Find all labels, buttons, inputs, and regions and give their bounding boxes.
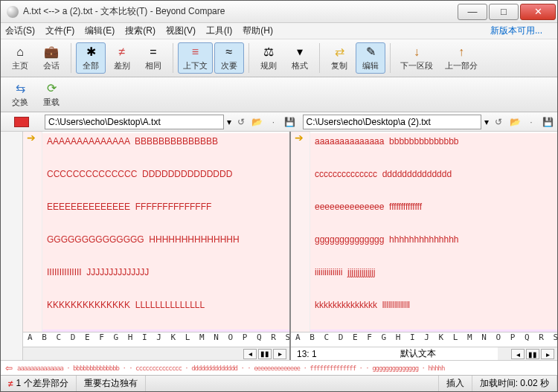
scroll-right-icon[interactable]: ▸ xyxy=(273,349,286,359)
sep-icon: · xyxy=(267,115,280,129)
left-path-input[interactable] xyxy=(45,115,224,129)
right-line-gutter: ➔ xyxy=(291,132,310,332)
prev-section-button[interactable]: ↑上一部分 xyxy=(440,42,483,74)
status-fill xyxy=(146,376,439,391)
diff-flag-icon xyxy=(14,117,29,127)
right-hscroll[interactable]: ◂ ▮▮ ▸ xyxy=(498,347,557,360)
overview-gutter[interactable] xyxy=(1,132,23,360)
left-path-area: ▾ ↺ 📂 · 💾 xyxy=(42,115,300,129)
arrow-icon: ➔ xyxy=(23,132,42,144)
rules-button[interactable]: ⚖规则 xyxy=(254,42,283,74)
all-button[interactable]: ✱全部 xyxy=(76,42,106,74)
approx-icon: ≈ xyxy=(226,45,233,59)
save-icon[interactable]: 💾 xyxy=(283,115,297,129)
left-ruler: A B C D E F G H I J K L M N O P Q R S T … xyxy=(23,332,289,347)
menu-file[interactable]: 文件(F) xyxy=(45,25,74,37)
next-section-button[interactable]: ↓下一区段 xyxy=(395,42,438,74)
reload-icon: ⟳ xyxy=(47,82,57,95)
scroll-thumb-icon[interactable]: ▮▮ xyxy=(258,349,272,359)
equal-icon: = xyxy=(150,45,156,59)
right-ruler: A B C D E F G H I J K L M N O P Q R S T … xyxy=(291,332,557,347)
menu-search[interactable]: 搜索(R) xyxy=(125,25,155,37)
separator xyxy=(173,43,173,73)
menu-edit[interactable]: 编辑(E) xyxy=(85,25,115,37)
notequal-icon: ≠ xyxy=(119,45,126,59)
status-unique: 重要右边独有 xyxy=(77,376,146,391)
history-icon[interactable]: ↺ xyxy=(234,115,248,129)
cursor-pos: 13: 1 xyxy=(291,347,394,360)
briefcase-icon: 💼 xyxy=(44,45,59,59)
sep-icon: · xyxy=(525,115,538,129)
up-arrow-icon: ↑ xyxy=(458,45,464,59)
dropdown-icon[interactable]: ▾ xyxy=(484,117,489,127)
separator xyxy=(390,43,391,73)
home-button[interactable]: ⌂主页 xyxy=(5,42,35,74)
diff-button[interactable]: ≠差别 xyxy=(107,42,137,74)
file-type: 默认文本 xyxy=(394,347,498,360)
thumb-arrow-icon: ⇦ xyxy=(5,363,13,373)
left-line-gutter: ➔ xyxy=(23,132,42,332)
compare-area: ➔ AAAAAAAAAAAAAA BBBBBBBBBBBBBBCCCCCCCCC… xyxy=(1,132,557,360)
scroll-thumb-icon[interactable]: ▮▮ xyxy=(526,349,539,359)
app-window: A.txt <--> a (2).txt - 文本比较(T) - Beyond … xyxy=(0,0,558,392)
separator xyxy=(71,43,71,73)
scroll-left-icon[interactable]: ◂ xyxy=(243,349,257,359)
format-button[interactable]: ▾格式 xyxy=(285,42,315,74)
update-link[interactable]: 新版本可用... xyxy=(490,25,542,37)
menubar: 会话(S) 文件(F) 编辑(E) 搜索(R) 视图(V) 工具(I) 帮助(H… xyxy=(1,23,557,39)
window-title: A.txt <--> a (2).txt - 文本比较(T) - Beyond … xyxy=(23,5,456,18)
menu-help[interactable]: 帮助(H) xyxy=(243,25,273,37)
right-pane: ➔ aaaaaaaaaaaaaa bbbbbbbbbbbbbbccccccccc… xyxy=(291,132,557,360)
separator xyxy=(319,43,320,73)
right-path-input[interactable] xyxy=(303,115,482,129)
edit-button[interactable]: ✎编辑 xyxy=(356,42,385,74)
right-info-row: 13: 1 默认文本 ◂ ▮▮ ▸ xyxy=(291,347,557,360)
status-loadtime: 加载时间: 0.02 秒 xyxy=(472,376,557,391)
format-icon: ▾ xyxy=(297,45,303,59)
statusbar: ≠1 个差异部分 重要右边独有 插入 加载时间: 0.02 秒 xyxy=(1,375,557,391)
dropdown-icon[interactable]: ▾ xyxy=(227,117,231,127)
left-text-scroll[interactable]: ➔ AAAAAAAAAAAAAA BBBBBBBBBBBBBBCCCCCCCCC… xyxy=(23,132,289,332)
status-insert: 插入 xyxy=(439,376,472,391)
right-path-area: ▾ ↺ 📂 · 💾 xyxy=(300,115,558,129)
notequal-icon: ≠ xyxy=(8,379,13,389)
thumb-text: aaaaaaaaaaaaaa · bbbbbbbbbbbbbb · · cccc… xyxy=(17,364,444,372)
scroll-left-icon[interactable]: ◂ xyxy=(511,349,525,359)
toolbar: ⌂主页 💼会话 ✱全部 ≠差别 =相同 ≡上下文 ≈次要 ⚖规则 ▾格式 ⇄复制… xyxy=(1,39,557,77)
titlebar[interactable]: A.txt <--> a (2).txt - 文本比较(T) - Beyond … xyxy=(1,1,557,23)
folder-open-icon[interactable]: 📂 xyxy=(251,115,264,129)
folder-open-icon[interactable]: 📂 xyxy=(508,115,522,129)
context-button[interactable]: ≡上下文 xyxy=(178,42,213,74)
minor-button[interactable]: ≈次要 xyxy=(214,42,244,74)
copy-button[interactable]: ⇄复制 xyxy=(324,42,354,74)
copy-icon: ⇄ xyxy=(335,45,344,59)
pathbar: ▾ ↺ 📂 · 💾 ▾ ↺ 📂 · 💾 xyxy=(1,112,557,132)
close-button[interactable]: ✕ xyxy=(520,4,556,20)
thumbnail-strip[interactable]: ⇦ aaaaaaaaaaaaaa · bbbbbbbbbbbbbb · · cc… xyxy=(1,360,557,375)
maximize-button[interactable]: □ xyxy=(489,4,519,20)
right-text-scroll[interactable]: ➔ aaaaaaaaaaaaaa bbbbbbbbbbbbbbccccccccc… xyxy=(291,132,557,332)
down-arrow-icon: ↓ xyxy=(414,45,420,59)
left-hscroll[interactable]: ◂ ▮▮ ▸ xyxy=(23,347,289,360)
swap-button[interactable]: ⇆交换 xyxy=(5,79,35,110)
menu-tools[interactable]: 工具(I) xyxy=(206,25,232,37)
scroll-right-icon[interactable]: ▸ xyxy=(541,349,554,359)
separator xyxy=(248,43,249,73)
toolbar-row2: ⇆交换 ⟳重载 xyxy=(1,77,557,112)
context-icon: ≡ xyxy=(192,45,199,59)
same-button[interactable]: =相同 xyxy=(138,42,168,74)
history-icon[interactable]: ↺ xyxy=(492,115,505,129)
menu-session[interactable]: 会话(S) xyxy=(5,25,35,37)
pencil-icon: ✎ xyxy=(366,45,376,59)
reload-button[interactable]: ⟳重载 xyxy=(36,79,66,110)
menu-view[interactable]: 视图(V) xyxy=(166,25,196,37)
arrow-icon: ➔ xyxy=(291,132,310,144)
asterisk-icon: ✱ xyxy=(86,45,96,59)
minimize-button[interactable]: — xyxy=(458,4,487,20)
status-diffs: ≠1 个差异部分 xyxy=(1,376,77,391)
session-button[interactable]: 💼会话 xyxy=(36,42,66,74)
left-text[interactable]: AAAAAAAAAAAAAA BBBBBBBBBBBBBBCCCCCCCCCCC… xyxy=(42,132,289,332)
right-text[interactable]: aaaaaaaaaaaaaa bbbbbbbbbbbbbbccccccccccc… xyxy=(310,132,557,332)
save-icon[interactable]: 💾 xyxy=(541,115,554,129)
left-pane: ➔ AAAAAAAAAAAAAA BBBBBBBBBBBBBBCCCCCCCCC… xyxy=(23,132,291,360)
